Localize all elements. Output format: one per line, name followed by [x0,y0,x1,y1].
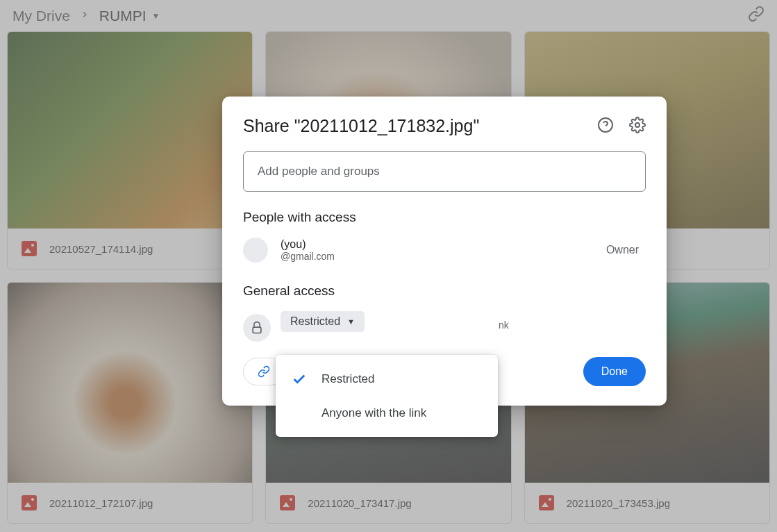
people-with-access-heading: People with access [243,210,646,225]
access-level-select[interactable]: Restricted ▼ [281,311,365,332]
menu-item-anyone-with-link[interactable]: Anyone with the link [276,397,498,430]
caret-down-icon: ▼ [347,317,355,326]
gear-icon[interactable] [629,117,646,136]
svg-point-2 [635,123,640,127]
general-access-row: Restricted ▼ nk [243,311,646,342]
dialog-title: Share "20211012_171832.jpg" [243,116,479,136]
person-role: Owner [606,244,639,256]
person-email: @gmail.com [281,251,335,262]
general-access-heading: General access [243,283,646,299]
lock-icon [243,314,271,342]
menu-item-restricted[interactable]: Restricted [276,362,498,397]
access-level-menu: Restricted Anyone with the link [276,355,498,437]
check-icon [291,372,308,387]
add-people-input[interactable]: Add people and groups [243,151,646,192]
svg-rect-3 [253,327,261,333]
dialog-header: Share "20211012_171832.jpg" [243,116,646,136]
done-button[interactable]: Done [583,357,646,386]
help-icon[interactable] [597,117,614,136]
person-row: (you) @gmail.com Owner [243,238,646,263]
menu-item-label: Restricted [321,372,375,386]
person-name: (you) [281,238,335,251]
access-level-description-tail: nk [496,319,524,331]
access-level-label: Restricted [290,315,340,328]
avatar [243,238,268,263]
menu-item-label: Anyone with the link [321,406,426,420]
